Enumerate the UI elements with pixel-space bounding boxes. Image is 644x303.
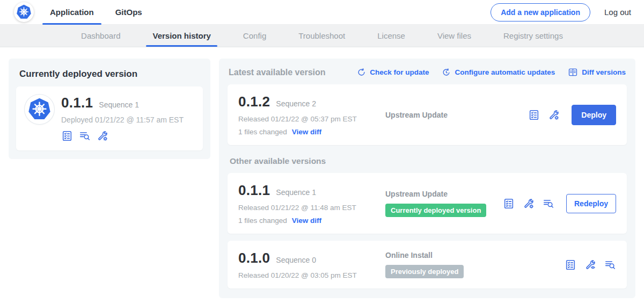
- configure-automatic-updates-label: Configure automatic updates: [455, 68, 555, 76]
- version-number: 0.1.1: [238, 182, 270, 199]
- view-config-icon[interactable]: [584, 259, 596, 271]
- tab-application[interactable]: Application: [50, 0, 94, 25]
- deployed-sequence-label: Sequence 1: [99, 100, 139, 109]
- source-label: Upstream Update: [385, 111, 528, 119]
- previously-deployed-badge: Previously deployed: [385, 265, 464, 278]
- version-source: Upstream Update Currently deployed versi…: [371, 190, 503, 217]
- tab-application-label: Application: [50, 8, 94, 17]
- diff-versions-link[interactable]: Diff versions: [568, 67, 626, 77]
- kubernetes-logo: [14, 2, 34, 22]
- kubernetes-logo-icon: [27, 97, 52, 122]
- version-card-0-1-2: 0.1.2 Sequence 2 Released 01/21/22 @ 05:…: [228, 84, 627, 145]
- currently-deployed-panel: Currently deployed version 0.1.1 Sequenc…: [9, 59, 210, 159]
- subnav-tab-registry-settings[interactable]: Registry settings: [487, 25, 579, 47]
- version-card-0-1-0: 0.1.0 Sequence 0 Released 01/20/22 @ 03:…: [228, 241, 627, 288]
- subnav-tab-license[interactable]: License: [361, 25, 421, 47]
- source-label: Online Install: [385, 251, 565, 259]
- version-source: Upstream Update: [371, 111, 528, 119]
- version-number: 0.1.0: [238, 250, 270, 266]
- sequence-label: Sequence 2: [276, 99, 316, 108]
- version-card-0-1-1: 0.1.1 Sequence 1 Released 01/21/22 @ 11:…: [228, 173, 627, 234]
- files-changed-label: 1 files changed: [238, 217, 287, 225]
- configure-automatic-updates-link[interactable]: Configure automatic updates: [442, 68, 555, 77]
- refresh-icon: [357, 68, 366, 77]
- version-info: 0.1.2 Sequence 2 Released 01/21/22 @ 05:…: [238, 93, 371, 136]
- version-info: 0.1.0 Sequence 0 Released 01/20/22 @ 03:…: [238, 250, 371, 279]
- logout-button[interactable]: Log out: [604, 8, 631, 17]
- view-diff-link[interactable]: View diff: [292, 217, 321, 225]
- preflight-checklist-icon[interactable]: [503, 198, 515, 210]
- subnav-tab-troubleshoot[interactable]: Troubleshoot: [282, 25, 361, 47]
- edit-config-icon[interactable]: [523, 198, 535, 210]
- edit-config-icon[interactable]: [548, 109, 560, 121]
- kubernetes-logo-icon: [16, 4, 32, 20]
- subnav-tab-view-files[interactable]: View files: [421, 25, 487, 47]
- check-for-update-link[interactable]: Check for update: [357, 68, 429, 77]
- released-timestamp: Released 01/20/22 @ 03:05 pm EST: [238, 271, 371, 279]
- subnav-tab-version-history[interactable]: Version history: [136, 25, 226, 47]
- deploy-button[interactable]: Deploy: [572, 105, 616, 125]
- version-actions: [565, 259, 616, 271]
- check-for-update-label: Check for update: [370, 68, 429, 76]
- latest-available-header: Latest available version Check for updat…: [229, 67, 626, 77]
- sequence-label: Sequence 1: [276, 188, 316, 197]
- diff-versions-label: Diff versions: [582, 68, 626, 76]
- tab-gitops-label: GitOps: [115, 8, 142, 17]
- deployed-timestamp: Deployed 01/21/22 @ 11:57 am EST: [61, 116, 184, 124]
- currently-deployed-card: 0.1.1 Sequence 1 Deployed 01/21/22 @ 11:…: [16, 86, 203, 150]
- released-timestamp: Released 01/21/22 @ 05:37 pm EST: [238, 115, 371, 123]
- preflight-checklist-icon[interactable]: [61, 130, 73, 142]
- preflight-checklist-icon[interactable]: [565, 259, 576, 271]
- deploy-logs-icon[interactable]: [604, 259, 616, 271]
- currently-deployed-title: Currently deployed version: [19, 69, 200, 80]
- diff-icon: [568, 67, 578, 77]
- sequence-label: Sequence 0: [276, 256, 316, 264]
- version-number: 0.1.2: [238, 93, 270, 110]
- version-source: Online Install Previously deployed: [371, 251, 565, 278]
- currently-deployed-badge: Currently deployed version: [385, 204, 486, 217]
- add-application-button[interactable]: Add a new application: [491, 3, 590, 21]
- available-versions-panel: Latest available version Check for updat…: [219, 59, 635, 298]
- subnav-tab-config[interactable]: Config: [227, 25, 282, 47]
- released-timestamp: Released 01/21/22 @ 11:48 am EST: [238, 204, 371, 212]
- subnav-tab-dashboard[interactable]: Dashboard: [65, 25, 136, 47]
- main-content: Currently deployed version 0.1.1 Sequenc…: [0, 47, 644, 298]
- version-info: 0.1.1 Sequence 1 Released 01/21/22 @ 11:…: [238, 182, 371, 225]
- screen: Application GitOps Add a new application…: [0, 0, 644, 303]
- edit-config-icon[interactable]: [97, 130, 108, 142]
- app-header: Application GitOps Add a new application…: [0, 0, 644, 25]
- version-actions: Redeploy: [503, 194, 616, 213]
- preflight-checklist-icon[interactable]: [528, 109, 540, 121]
- deployed-version-info: 0.1.1 Sequence 1 Deployed 01/21/22 @ 11:…: [61, 95, 184, 142]
- panel-actions: Check for update Configure automatic upd…: [357, 67, 626, 77]
- latest-available-title: Latest available version: [229, 68, 357, 77]
- app-logo: [25, 95, 54, 124]
- other-versions-title: Other available versions: [230, 156, 625, 166]
- schedule-update-icon: [442, 68, 451, 77]
- deployed-version-number: 0.1.1: [61, 95, 93, 111]
- tab-gitops[interactable]: GitOps: [115, 0, 142, 25]
- app-subnav: Dashboard Version history Config Trouble…: [0, 25, 644, 47]
- redeploy-button[interactable]: Redeploy: [566, 194, 616, 213]
- files-changed-label: 1 files changed: [238, 128, 287, 136]
- deploy-logs-icon[interactable]: [543, 198, 554, 210]
- source-label: Upstream Update: [385, 190, 503, 198]
- deploy-logs-icon[interactable]: [79, 130, 91, 142]
- view-diff-link[interactable]: View diff: [292, 128, 321, 136]
- version-actions: Deploy: [528, 105, 616, 125]
